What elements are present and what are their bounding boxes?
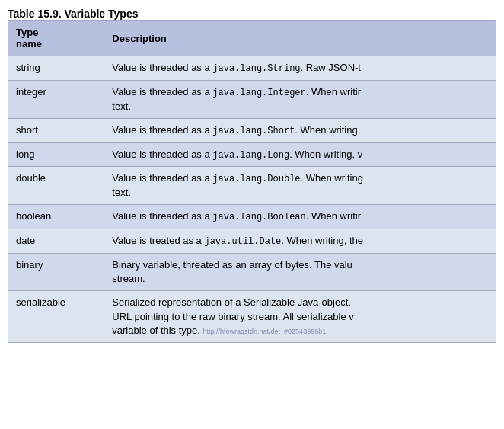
description-cell: Binary variable, threated as an array of…: [104, 253, 496, 290]
table-row: booleanValue is threaded as a java.lang.…: [8, 205, 496, 229]
description-cell: Value is threaded as a java.lang.Double.…: [104, 167, 496, 205]
description-cell: Value is treated as a java.util.Date. Wh…: [104, 229, 496, 254]
type-name-cell: serializable: [8, 291, 104, 343]
title-prefix: Table 15.9.: [8, 8, 64, 20]
type-name-cell: string: [8, 56, 104, 81]
type-name-cell: binary: [8, 253, 104, 290]
table-header-row: Typename Description: [8, 21, 496, 56]
type-name-cell: long: [8, 142, 104, 167]
table-row: shortValue is threaded as a java.lang.Sh…: [8, 118, 496, 142]
table-row: serializableSerialized representation of…: [8, 291, 496, 343]
description-cell: Value is threaded as a java.lang.Boolean…: [104, 205, 496, 229]
description-cell: Value is threaded as a java.lang.Long. W…: [104, 142, 496, 167]
title-highlight: Variable Types: [64, 8, 138, 20]
variable-types-table: Typename Description stringValue is thre…: [8, 20, 496, 343]
table-row: doubleValue is threaded as a java.lang.D…: [8, 167, 496, 205]
type-name-cell: double: [8, 167, 104, 205]
table-row: integerValue is threaded as a java.lang.…: [8, 80, 496, 118]
type-name-cell: integer: [8, 80, 104, 118]
description-cell: Value is threaded as a java.lang.Integer…: [104, 80, 496, 118]
description-cell: Value is threaded as a java.lang.String.…: [104, 56, 496, 81]
table-row: longValue is threaded as a java.lang.Lon…: [8, 142, 496, 167]
header-description: Description: [104, 21, 496, 56]
description-cell: Serialized representation of a Serializa…: [104, 291, 496, 343]
table-title: Table 15.9. Variable Types: [8, 8, 496, 20]
description-cell: Value is threaded as a java.lang.Short. …: [104, 118, 496, 142]
type-name-cell: boolean: [8, 205, 104, 229]
type-name-cell: short: [8, 118, 104, 142]
table-row: binaryBinary variable, threated as an ar…: [8, 253, 496, 290]
type-name-cell: date: [8, 229, 104, 254]
table-row: dateValue is treated as a java.util.Date…: [8, 229, 496, 254]
header-type-name: Typename: [8, 21, 104, 56]
table-row: stringValue is threaded as a java.lang.S…: [8, 56, 496, 81]
